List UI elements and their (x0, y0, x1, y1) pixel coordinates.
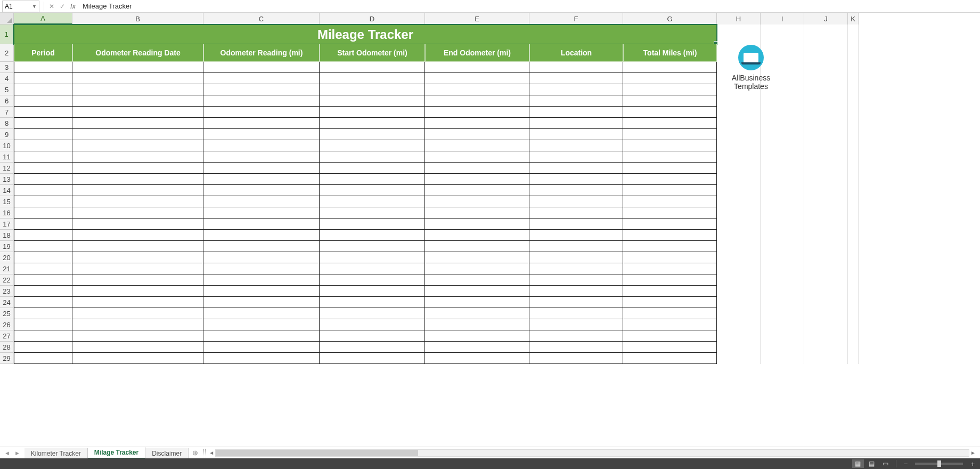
table-cell[interactable] (14, 185, 72, 196)
row-header-23[interactable]: 23 (0, 286, 14, 297)
row-header-7[interactable]: 7 (0, 107, 14, 118)
column-header-H[interactable]: H (717, 13, 761, 25)
table-cell[interactable] (72, 263, 203, 274)
table-cell[interactable] (203, 207, 320, 219)
column-header-F[interactable]: F (529, 13, 623, 25)
row-header-15[interactable]: 15 (0, 196, 14, 207)
table-cell[interactable] (623, 353, 717, 364)
table-cell[interactable] (425, 319, 529, 330)
table-cell[interactable] (14, 319, 72, 330)
table-cell[interactable] (14, 219, 72, 230)
row-header-14[interactable]: 14 (0, 185, 14, 196)
table-cell[interactable] (529, 95, 623, 107)
table-cell[interactable] (203, 219, 320, 230)
column-header-K[interactable]: K (848, 13, 859, 25)
sheet-tab[interactable]: Kilometer Tracker (24, 448, 88, 459)
table-cell[interactable] (320, 207, 425, 219)
table-cell[interactable] (320, 353, 425, 364)
table-cell[interactable] (623, 107, 717, 118)
table-cell[interactable] (529, 196, 623, 207)
formula-input[interactable] (78, 1, 980, 12)
table-header-cell[interactable]: Odometer Reading (mi) (203, 44, 320, 62)
table-cell[interactable] (529, 319, 623, 330)
table-cell[interactable] (320, 84, 425, 95)
row-header-9[interactable]: 9 (0, 129, 14, 140)
table-cell[interactable] (623, 118, 717, 129)
table-cell[interactable] (14, 84, 72, 95)
view-page-break-icon[interactable]: ▭ (880, 459, 892, 468)
table-cell[interactable] (203, 308, 320, 319)
table-cell[interactable] (623, 219, 717, 230)
table-cell[interactable] (529, 286, 623, 297)
row-header-16[interactable]: 16 (0, 207, 14, 219)
column-header-A[interactable]: A (14, 13, 72, 25)
table-cell[interactable] (203, 107, 320, 118)
table-cell[interactable] (623, 84, 717, 95)
table-cell[interactable] (623, 263, 717, 274)
table-cell[interactable] (425, 151, 529, 163)
table-cell[interactable] (72, 107, 203, 118)
table-cell[interactable] (425, 140, 529, 151)
table-cell[interactable] (623, 140, 717, 151)
row-header-22[interactable]: 22 (0, 274, 14, 286)
row-header-3[interactable]: 3 (0, 62, 14, 73)
row-header-12[interactable]: 12 (0, 163, 14, 174)
confirm-icon[interactable]: ✓ (57, 1, 68, 12)
title-cell[interactable]: Mileage Tracker (14, 25, 717, 44)
table-cell[interactable] (529, 274, 623, 286)
table-cell[interactable] (529, 163, 623, 174)
table-cell[interactable] (14, 62, 72, 73)
table-cell[interactable] (529, 118, 623, 129)
table-cell[interactable] (72, 241, 203, 252)
view-page-layout-icon[interactable]: ▤ (866, 459, 878, 468)
table-cell[interactable] (320, 129, 425, 140)
table-cell[interactable] (72, 140, 203, 151)
table-cell[interactable] (623, 73, 717, 84)
select-all-corner[interactable] (0, 13, 14, 25)
column-header-J[interactable]: J (804, 13, 848, 25)
table-cell[interactable] (425, 286, 529, 297)
table-cell[interactable] (203, 140, 320, 151)
table-cell[interactable] (203, 286, 320, 297)
zoom-slider-thumb[interactable] (937, 460, 941, 467)
column-header-E[interactable]: E (425, 13, 529, 25)
table-cell[interactable] (425, 62, 529, 73)
row-header-27[interactable]: 27 (0, 330, 14, 342)
table-cell[interactable] (72, 219, 203, 230)
table-cell[interactable] (14, 129, 72, 140)
table-cell[interactable] (425, 174, 529, 185)
table-cell[interactable] (14, 297, 72, 308)
table-cell[interactable] (14, 241, 72, 252)
table-cell[interactable] (623, 129, 717, 140)
table-cell[interactable] (623, 185, 717, 196)
table-cell[interactable] (14, 196, 72, 207)
table-cell[interactable] (320, 196, 425, 207)
table-cell[interactable] (320, 274, 425, 286)
table-cell[interactable] (425, 342, 529, 353)
table-cell[interactable] (623, 319, 717, 330)
zoom-in-button[interactable]: + (967, 460, 978, 468)
table-cell[interactable] (529, 297, 623, 308)
table-cell[interactable] (203, 62, 320, 73)
row-header-10[interactable]: 10 (0, 140, 14, 151)
table-cell[interactable] (529, 263, 623, 274)
table-cell[interactable] (529, 107, 623, 118)
table-cell[interactable] (623, 252, 717, 263)
table-header-cell[interactable]: End Odometer (mi) (425, 44, 529, 62)
row-header-11[interactable]: 11 (0, 151, 14, 163)
table-cell[interactable] (72, 330, 203, 342)
scroll-track[interactable] (215, 449, 969, 457)
table-cell[interactable] (72, 151, 203, 163)
table-cell[interactable] (72, 308, 203, 319)
column-header-I[interactable]: I (761, 13, 804, 25)
row-header-18[interactable]: 18 (0, 230, 14, 241)
fx-icon[interactable]: fx (68, 1, 78, 12)
sheet-tab[interactable]: Milage Tracker (88, 447, 145, 459)
table-cell[interactable] (72, 129, 203, 140)
table-cell[interactable] (320, 174, 425, 185)
scroll-thumb[interactable] (216, 450, 418, 456)
empty-column[interactable] (848, 25, 859, 364)
table-header-cell[interactable]: Location (529, 44, 623, 62)
view-normal-icon[interactable]: ▦ (852, 459, 864, 468)
cancel-icon[interactable]: ✕ (46, 1, 57, 12)
